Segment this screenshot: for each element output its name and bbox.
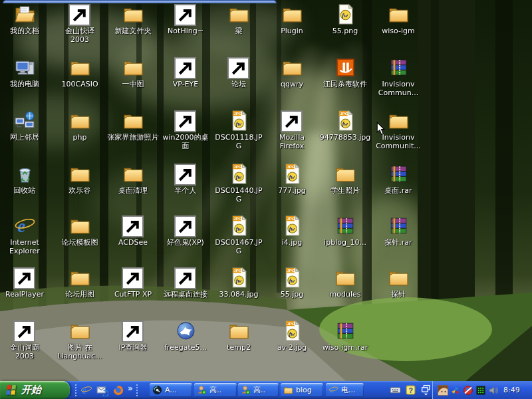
taskbar-task-button[interactable]: 高..	[238, 383, 279, 397]
desktop-icon[interactable]: 55.png	[319, 3, 371, 35]
desktop-icon[interactable]: modules	[319, 267, 371, 299]
desktop-icon[interactable]: 探针.rar	[372, 215, 424, 247]
desktop-icon[interactable]: qqwry	[266, 57, 318, 88]
desktop-icon-label: 一中图	[122, 80, 144, 88]
taskbar-task-button[interactable]: 电...	[326, 383, 364, 397]
desktop-icon[interactable]: wiso-igm	[372, 3, 424, 35]
desktop-icon[interactable]: 远程桌面连接	[160, 267, 211, 299]
desktop[interactable]: 我的文档金山快译 2003新建文件夹NotHing~梁Plugin55.pngw…	[0, 0, 532, 381]
taskbar-task-button[interactable]: A...	[150, 383, 192, 397]
desktop-icon-label: 新建文件夹	[115, 27, 152, 35]
tray-input-method-icon[interactable]	[450, 385, 461, 396]
desktop-icon-label: wiso-igm.rar	[323, 343, 368, 352]
desktop-icon[interactable]: VP-EYE	[160, 57, 211, 88]
desktop-icon[interactable]: 桌面清理	[107, 163, 159, 195]
desktop-icon[interactable]: 梁	[213, 3, 265, 35]
desktop-icon[interactable]: DSC01440.JPG	[213, 163, 265, 203]
desktop-icon-label: wiso-igm	[382, 27, 414, 35]
desktop-icon[interactable]: ACDSee	[107, 215, 159, 247]
desktop-icon[interactable]: DSC01118.JPG	[213, 110, 265, 150]
desktop-icon[interactable]: 我的文档	[0, 3, 51, 35]
desktop-icon[interactable]: 半个人	[160, 163, 211, 195]
desktop-icon[interactable]: 网上邻居	[0, 110, 51, 142]
qq-icon	[175, 3, 197, 25]
desktop-icon[interactable]: 欢乐谷	[54, 163, 106, 195]
quick-launch-firefox-icon[interactable]	[112, 384, 124, 396]
desktop-icon[interactable]: 55.jpg	[266, 267, 318, 299]
taskbar-clock[interactable]: 8:49	[503, 386, 520, 394]
desktop-icon[interactable]: 桌面.rar	[372, 163, 424, 195]
desktop-icon[interactable]: 33.084.jpg	[213, 267, 265, 299]
toolbar-drag-handle[interactable]	[136, 384, 138, 396]
desktop-icon[interactable]: 探针	[372, 267, 424, 299]
desktop-icon-label: IP查询器	[119, 343, 148, 352]
taskbar-task-button[interactable]: 高..	[194, 383, 237, 397]
folder-icon	[334, 163, 356, 185]
desktop-icon[interactable]: freegate5...	[160, 320, 211, 352]
shortcut-arrow-icon	[122, 215, 144, 237]
desktop-icon[interactable]: php	[54, 110, 106, 142]
acdsee-icon	[122, 215, 144, 237]
desktop-icon[interactable]: 图片 在 Lianghuac...	[54, 320, 106, 360]
taskbar-task-button[interactable]: blog	[281, 383, 323, 397]
desktop-icon[interactable]: 学生照片	[319, 163, 371, 195]
quick-launch-outlook-express-icon[interactable]	[96, 384, 108, 396]
desktop-icon[interactable]: 94778853.jpg	[319, 110, 371, 142]
desktop-icon[interactable]: win2000的桌面	[160, 110, 211, 150]
folder-icon	[175, 110, 197, 132]
desktop-icon[interactable]: 我的电脑	[0, 57, 51, 88]
desktop-icon-label: ACDSee	[118, 238, 148, 247]
desktop-icon[interactable]: 江民杀毒软件	[319, 57, 371, 88]
shortcut-arrow-icon	[174, 164, 196, 186]
desktop-icon[interactable]: 论坛	[213, 57, 265, 88]
desktop-icon-label: 张家界旅游照片	[108, 133, 159, 142]
language-bar-help-icon[interactable]	[405, 384, 416, 396]
desktop-icon-label: 777.jpg	[278, 186, 306, 195]
desktop-icon-label: 图片 在 Lianghuac...	[57, 343, 102, 360]
desktop-icon[interactable]: av-2.jpg	[266, 320, 318, 352]
desktop-icon[interactable]: 777.jpg	[266, 163, 318, 195]
desktop-icon[interactable]: Invisionv Communit...	[372, 110, 424, 150]
folder-icon	[228, 3, 250, 25]
desktop-icon[interactable]: IP查询器	[107, 320, 159, 352]
desktop-icon-label: 55.jpg	[281, 290, 304, 299]
language-bar-keyboard-icon[interactable]	[390, 384, 401, 396]
desktop-icon-label: 金山词霸 2003	[10, 343, 39, 360]
desktop-icon[interactable]: DSC01467.JPG	[213, 215, 265, 255]
desktop-icon[interactable]: ipblog_10...	[319, 215, 371, 247]
desktop-icon[interactable]: 100CASIO	[54, 57, 106, 88]
desktop-icon[interactable]: 回收站	[0, 163, 51, 195]
desktop-icon[interactable]: 论坛模板图	[54, 215, 106, 247]
tray-volume-icon[interactable]	[488, 385, 499, 396]
language-bar-language-options-icon[interactable]	[420, 384, 432, 396]
desktop-icon[interactable]: 金山快译 2003	[54, 3, 106, 44]
desktop-icon[interactable]: temp2	[213, 320, 265, 352]
desktop-icon[interactable]: 论坛用图	[54, 267, 106, 299]
desktop-icon[interactable]: CutFTP XP	[107, 267, 159, 299]
desktop-icon[interactable]: Invisionv Commun...	[372, 57, 424, 97]
desktop-icon[interactable]: 一中图	[107, 57, 159, 88]
quick-launch-overflow-chevron[interactable]: »	[128, 384, 133, 393]
tray-network-activity-icon[interactable]	[475, 385, 486, 396]
tray-antivirus-mute-icon[interactable]	[463, 385, 473, 396]
desktop-icon[interactable]: RealPlayer	[0, 267, 51, 299]
desktop-icon-label: av-2.jpg	[277, 343, 307, 352]
desktop-icon[interactable]: Plugin	[266, 3, 318, 35]
desktop-icon[interactable]: 好色鬼(XP)	[160, 215, 211, 247]
desktop-icon[interactable]: 金山词霸 2003	[0, 320, 51, 360]
toolbar-drag-handle[interactable]	[75, 384, 76, 396]
desktop-icon[interactable]: wiso-igm.rar	[319, 320, 371, 352]
desktop-icon-label: RealPlayer	[5, 290, 44, 299]
desktop-icon[interactable]: 张家界旅游照片	[107, 110, 159, 142]
quick-launch-internet-explorer-icon[interactable]	[80, 384, 92, 396]
desktop-icon[interactable]: i4.jpg	[266, 215, 318, 247]
start-button[interactable]: 开始	[0, 381, 70, 399]
tray-qq-avatar-icon[interactable]	[438, 385, 448, 396]
desktop-icon[interactable]: Internet Explorer	[0, 215, 51, 255]
task-button-label: 高..	[253, 385, 265, 395]
vp-eye-icon	[175, 57, 197, 78]
desktop-icon[interactable]: NotHing~	[160, 3, 211, 35]
windows-flag-icon	[5, 384, 18, 397]
desktop-icon[interactable]: 新建文件夹	[107, 3, 159, 35]
desktop-icon[interactable]: Mozilla Firefox	[266, 110, 318, 150]
